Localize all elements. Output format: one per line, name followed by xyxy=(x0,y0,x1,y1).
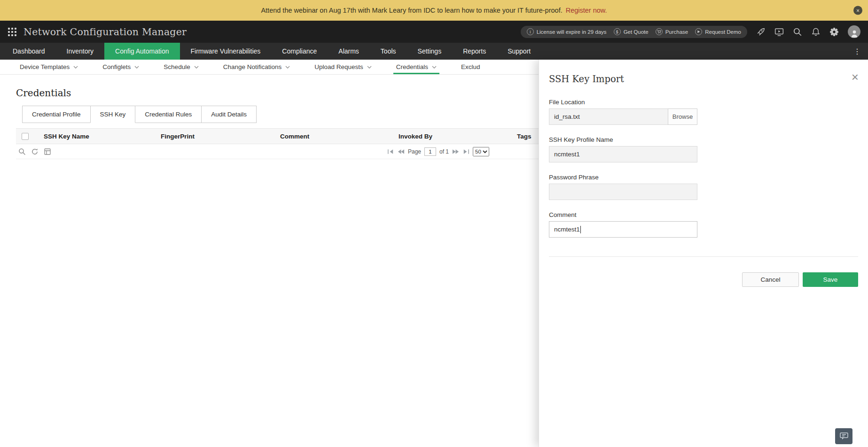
chevron-down-icon xyxy=(285,66,290,69)
nav-item-support[interactable]: Support xyxy=(497,43,541,60)
column-comment: Comment xyxy=(280,133,399,140)
subnav-item-device-templates[interactable]: Device Templates xyxy=(8,60,90,74)
comment-label: Comment xyxy=(549,211,858,218)
chat-widget-button[interactable] xyxy=(835,428,852,444)
nav-label: Support xyxy=(508,47,531,55)
ssh-key-import-panel: SSH Key Import × File Location Browse SS… xyxy=(539,60,868,447)
page-number-input[interactable] xyxy=(424,147,436,156)
column-ssh-key-name: SSH Key Name xyxy=(44,133,161,140)
profile-name-label: SSH Key Profile Name xyxy=(549,136,858,143)
avatar[interactable] xyxy=(848,25,860,38)
nav-label: Dashboard xyxy=(13,47,45,55)
license-badge: i License will expire in 29 days xyxy=(527,28,607,35)
app-header: Network Configuration Manager i License … xyxy=(0,21,868,43)
next-page-icon[interactable] xyxy=(452,149,459,154)
tab-credential-profile[interactable]: Credential Profile xyxy=(22,106,91,123)
subnav-item-configlets[interactable]: Configlets xyxy=(90,60,151,74)
subnav-item-change-notifications[interactable]: Change Notifications xyxy=(211,60,303,74)
gear-icon[interactable] xyxy=(829,27,839,37)
subnav-label: Configlets xyxy=(102,63,131,70)
page-label: Page xyxy=(408,148,421,155)
nav-label: Inventory xyxy=(67,47,94,55)
rocket-icon[interactable] xyxy=(756,27,766,37)
table-settings-icon[interactable] xyxy=(44,148,51,155)
save-button[interactable]: Save xyxy=(803,272,858,287)
chevron-down-icon xyxy=(73,66,78,69)
chevron-down-icon xyxy=(134,66,139,69)
tab-audit-details[interactable]: Audit Details xyxy=(201,106,257,123)
search-icon[interactable] xyxy=(18,148,26,155)
prev-page-icon[interactable] xyxy=(398,149,405,154)
first-page-icon[interactable] xyxy=(387,149,394,154)
subnav-item-schedule[interactable]: Schedule xyxy=(151,60,211,74)
overflow-icon: ⋮ xyxy=(853,47,861,56)
nav-item-settings[interactable]: Settings xyxy=(407,43,453,60)
nav-item-inventory[interactable]: Inventory xyxy=(56,43,105,60)
profile-name-input[interactable] xyxy=(549,146,697,162)
comment-field: Comment ncmtest1 xyxy=(549,211,858,238)
last-page-icon[interactable] xyxy=(462,149,469,154)
cart-icon xyxy=(656,28,663,35)
demo-screen-icon[interactable] xyxy=(774,27,784,37)
dollar-icon: $ xyxy=(614,28,621,35)
tab-ssh-key[interactable]: SSH Key xyxy=(90,106,136,123)
purchase-link[interactable]: Purchase xyxy=(656,28,688,35)
subnav-label: Change Notifications xyxy=(223,63,282,70)
cancel-button[interactable]: Cancel xyxy=(742,272,799,287)
file-location-input[interactable] xyxy=(549,108,668,125)
tab-label: Credential Profile xyxy=(32,111,81,118)
password-phrase-input[interactable] xyxy=(549,184,697,200)
subnav-item-excluded[interactable]: Exclud xyxy=(449,60,493,74)
nav-item-alarms[interactable]: Alarms xyxy=(328,43,370,60)
page-of-label: of 1 xyxy=(439,148,449,155)
nav-label: Tools xyxy=(381,47,396,55)
nav-item-dashboard[interactable]: Dashboard xyxy=(2,43,56,60)
nav-label: Compliance xyxy=(282,47,317,55)
register-now-link[interactable]: Register now. xyxy=(566,7,607,14)
subnav-item-credentials[interactable]: Credentials xyxy=(384,60,449,74)
nav-label: Settings xyxy=(418,47,442,55)
column-fingerprint: FingerPrint xyxy=(161,133,280,140)
tab-label: Audit Details xyxy=(211,111,247,118)
header-chips: i License will expire in 29 days $ Get Q… xyxy=(521,26,747,38)
nav-item-reports[interactable]: Reports xyxy=(452,43,497,60)
nav-item-config-automation[interactable]: Config Automation xyxy=(104,43,180,60)
tab-credential-rules[interactable]: Credential Rules xyxy=(135,106,202,123)
tab-label: Credential Rules xyxy=(145,111,192,118)
subnav-label: Schedule xyxy=(164,63,190,70)
refresh-icon[interactable] xyxy=(31,148,39,155)
nav-item-firmware-vulnerabilities[interactable]: Firmware Vulnerabilities xyxy=(180,43,272,60)
comment-value: ncmtest1 xyxy=(554,226,580,233)
request-demo-label: Request Demo xyxy=(705,29,741,35)
nav-overflow-button[interactable]: ⋮ xyxy=(846,43,868,60)
close-icon: × xyxy=(856,7,860,14)
info-icon: i xyxy=(527,28,534,35)
app-grid-icon[interactable] xyxy=(8,27,17,37)
get-quote-label: Get Quote xyxy=(624,29,649,35)
subnav-label: Upload Requests xyxy=(314,63,363,70)
column-invoked-by: Invoked By xyxy=(399,133,517,140)
panel-actions: Cancel Save xyxy=(549,272,858,287)
request-demo-link[interactable]: Request Demo xyxy=(695,28,741,35)
search-icon[interactable] xyxy=(793,27,802,37)
nav-label: Firmware Vulnerabilities xyxy=(191,47,261,55)
webinar-banner: Attend the webinar on Aug 17th with Mark… xyxy=(0,0,868,21)
purchase-label: Purchase xyxy=(665,29,688,35)
bell-icon[interactable] xyxy=(811,27,821,37)
password-phrase-label: Password Phrase xyxy=(549,174,858,181)
nav-label: Reports xyxy=(463,47,486,55)
chevron-down-icon xyxy=(432,66,437,69)
banner-close-button[interactable]: × xyxy=(853,6,862,15)
page: Attend the webinar on Aug 17th with Mark… xyxy=(0,0,868,447)
file-location-label: File Location xyxy=(549,99,858,106)
select-all-checkbox[interactable] xyxy=(22,133,29,140)
nav-item-compliance[interactable]: Compliance xyxy=(271,43,328,60)
page-size-select[interactable]: 50 xyxy=(473,147,489,156)
get-quote-link[interactable]: $ Get Quote xyxy=(614,28,649,35)
comment-input[interactable]: ncmtest1 xyxy=(549,221,697,238)
panel-close-button[interactable]: × xyxy=(852,71,859,83)
subnav-item-upload-requests[interactable]: Upload Requests xyxy=(302,60,384,74)
browse-button[interactable]: Browse xyxy=(668,108,697,125)
subnav-label: Credentials xyxy=(396,63,428,70)
nav-item-tools[interactable]: Tools xyxy=(370,43,407,60)
